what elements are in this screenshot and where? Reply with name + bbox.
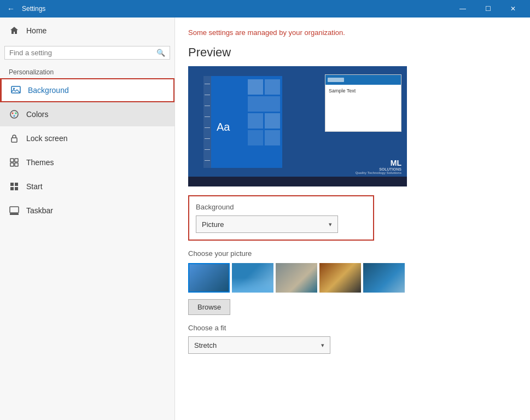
picture-thumbnail-3[interactable] (276, 263, 317, 293)
preview-tile (248, 113, 263, 129)
search-icon: 🔍 (156, 49, 165, 57)
ruler-mark (205, 95, 210, 95)
sidebar-item-lock-screen-label: Lock screen (26, 134, 67, 143)
preview-ruler (203, 76, 211, 168)
sidebar-item-home[interactable]: Home (0, 18, 174, 44)
sidebar-item-background[interactable]: Background (0, 78, 174, 102)
background-dropdown-value: Picture (202, 220, 224, 229)
svg-rect-12 (15, 183, 18, 186)
ruler-mark (205, 160, 210, 161)
svg-rect-8 (15, 159, 18, 162)
preview-tiles (248, 79, 280, 145)
titlebar-title: Settings (22, 5, 45, 13)
preview-image: Aa (188, 66, 407, 186)
ruler-mark (205, 127, 210, 128)
start-icon (9, 181, 20, 192)
svg-point-4 (15, 113, 17, 114)
svg-point-2 (10, 110, 18, 118)
dropdown-arrow-icon: ▾ (329, 221, 332, 228)
background-section-label: Background (196, 203, 366, 211)
svg-rect-6 (11, 138, 17, 142)
preview-logo-text: SOLUTIONS (356, 167, 401, 171)
themes-icon (9, 157, 20, 168)
titlebar-left: ← Settings (4, 2, 45, 15)
svg-rect-15 (10, 207, 19, 213)
sidebar: Home 🔍 Personalization Background (0, 18, 175, 420)
lock-icon (9, 133, 20, 144)
sidebar-item-taskbar-label: Taskbar (26, 206, 53, 215)
svg-rect-10 (15, 163, 18, 166)
sidebar-item-taskbar[interactable]: Taskbar (0, 199, 174, 223)
colors-icon (9, 109, 20, 120)
preview-logo-big: ML (356, 159, 401, 167)
svg-rect-9 (10, 163, 14, 166)
sidebar-item-colors[interactable]: Colors (0, 102, 174, 126)
titlebar: ← Settings — ☐ ✕ (0, 0, 530, 18)
preview-tile-wide (248, 96, 280, 112)
back-icon: ← (7, 4, 15, 13)
svg-rect-11 (10, 183, 14, 186)
ruler-mark (205, 116, 210, 117)
svg-rect-16 (10, 213, 19, 215)
sidebar-item-colors-label: Colors (26, 110, 48, 119)
choose-picture-label: Choose your picture (188, 249, 517, 258)
maximize-button[interactable]: ☐ (475, 0, 500, 18)
fit-dropdown-arrow-icon: ▾ (321, 342, 324, 349)
sidebar-item-start[interactable]: Start (0, 174, 174, 199)
minimize-button[interactable]: — (450, 0, 475, 18)
preview-start-menu: Aa (211, 76, 282, 168)
preview-window-content: Sample Text (325, 85, 401, 97)
picture-thumbnail-4[interactable] (319, 263, 361, 293)
org-notice: Some settings are managed by your organi… (188, 28, 517, 37)
fit-dropdown[interactable]: Stretch ▾ (188, 336, 330, 354)
titlebar-controls: — ☐ ✕ (450, 0, 526, 18)
preview-titlebar-stripe (328, 78, 344, 82)
app-container: Home 🔍 Personalization Background (0, 18, 530, 420)
taskbar-icon (9, 205, 20, 216)
preview-window: Sample Text (325, 74, 401, 132)
sidebar-item-themes[interactable]: Themes (0, 150, 174, 174)
close-button[interactable]: ✕ (500, 0, 526, 18)
sidebar-item-start-label: Start (26, 182, 43, 191)
background-dropdown[interactable]: Picture ▾ (196, 215, 338, 233)
preview-sample-text: Sample Text (329, 88, 356, 94)
sidebar-section-label: Personalization (0, 64, 174, 78)
sidebar-search-box[interactable]: 🔍 (4, 46, 170, 60)
browse-button[interactable]: Browse (188, 299, 230, 315)
svg-rect-14 (15, 187, 18, 190)
svg-point-3 (12, 113, 14, 114)
sidebar-item-lock-screen[interactable]: Lock screen (0, 126, 174, 150)
ruler-mark (205, 84, 210, 84)
sidebar-item-themes-label: Themes (26, 158, 54, 167)
svg-rect-7 (10, 159, 14, 162)
fit-dropdown-value: Stretch (194, 341, 217, 349)
home-label: Home (26, 26, 46, 35)
main-content: Some settings are managed by your organi… (175, 18, 530, 420)
preview-tile (248, 130, 263, 145)
svg-point-5 (14, 115, 15, 117)
svg-rect-13 (10, 187, 14, 190)
preview-label: Preview (188, 45, 517, 60)
preview-tile (265, 113, 280, 129)
preview-taskbar (188, 177, 407, 186)
preview-tile (248, 79, 263, 95)
search-input[interactable] (9, 49, 156, 57)
ruler-mark (205, 149, 210, 150)
preview-tile (265, 130, 280, 145)
image-icon (10, 85, 21, 96)
picture-thumbnail-5[interactable] (363, 263, 405, 293)
home-icon (9, 25, 20, 36)
choose-fit-label: Choose a fit (188, 324, 517, 332)
svg-point-1 (13, 88, 15, 90)
picture-thumbnail-2[interactable] (232, 263, 273, 293)
picture-thumbnail-1[interactable] (188, 263, 230, 293)
preview-logo-sub: Quality Technology Solutions (356, 171, 401, 174)
ruler-mark (205, 138, 210, 139)
sidebar-item-background-label: Background (28, 86, 69, 95)
preview-aa-text: Aa (217, 121, 230, 133)
ruler-mark (205, 106, 210, 106)
preview-tile (265, 79, 280, 95)
picture-thumbnails (188, 263, 517, 293)
back-button[interactable]: ← (4, 2, 18, 15)
preview-window-titlebar (325, 75, 401, 85)
